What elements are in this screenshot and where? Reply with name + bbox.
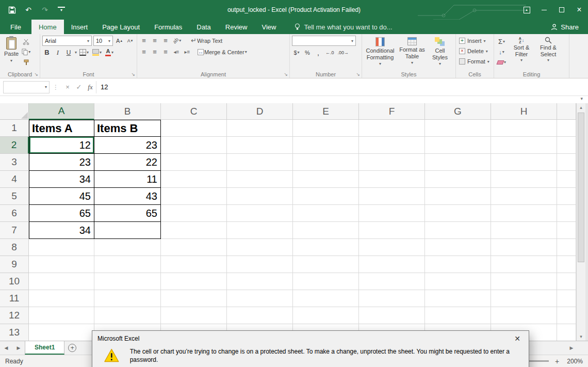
row-header-7[interactable]: 7 (0, 222, 29, 239)
vertical-scrollbar[interactable]: ▴ ▾ (576, 103, 585, 341)
cell-G4[interactable] (425, 171, 491, 188)
vertical-scroll-thumb[interactable] (578, 113, 584, 262)
cell-A5[interactable]: 45 (29, 188, 94, 205)
percent-style-button[interactable]: % (303, 47, 312, 57)
cell-A12[interactable] (29, 307, 94, 324)
borders-button[interactable]: ▾ (78, 47, 90, 57)
bottom-align-button[interactable]: ≡ (161, 36, 170, 45)
scroll-up-icon[interactable]: ▴ (577, 105, 585, 110)
cell-H5[interactable] (491, 188, 557, 205)
cell-E7[interactable] (293, 222, 359, 239)
cell-I7[interactable] (557, 222, 576, 239)
cell-B1[interactable]: Items B (94, 120, 161, 137)
name-box[interactable]: ▾ (3, 81, 50, 93)
format-as-table-button[interactable]: Format as Table ▾ (397, 36, 427, 70)
row-header-13[interactable]: 13 (0, 324, 29, 341)
cell-E5[interactable] (293, 188, 359, 205)
italic-button[interactable]: I (53, 47, 62, 57)
cell-C5[interactable] (161, 188, 227, 205)
increase-font-size-button[interactable]: A▴ (115, 36, 124, 46)
clear-button[interactable]: ▾ (496, 57, 507, 67)
row-header-1[interactable]: 1 (0, 120, 29, 137)
cell-E4[interactable] (293, 171, 359, 188)
select-all-button[interactable] (0, 103, 29, 120)
dialog-title-bar[interactable]: Microsoft Excel ✕ (92, 331, 529, 346)
cell-F8[interactable] (359, 239, 425, 256)
accounting-format-button[interactable]: $▾ (292, 47, 301, 57)
align-left-button[interactable]: ≡ (139, 47, 149, 57)
cell-G7[interactable] (425, 222, 491, 239)
cell-C9[interactable] (161, 256, 227, 273)
tab-review[interactable]: Review (218, 20, 255, 34)
font-color-button[interactable]: A▾ (104, 47, 115, 57)
cell-A4[interactable]: 34 (29, 171, 94, 188)
tab-file[interactable]: File (0, 20, 31, 34)
cell-E3[interactable] (293, 154, 359, 171)
cell-B12[interactable] (94, 307, 161, 324)
cell-D11[interactable] (227, 290, 293, 307)
cell-A6[interactable]: 65 (29, 205, 94, 222)
column-header-F[interactable]: F (359, 103, 425, 120)
cell-E11[interactable] (293, 290, 359, 307)
delete-cells-button[interactable]: × Delete ▾ (458, 46, 492, 56)
merge-center-button[interactable]: ↔ Merge & Center ▾ (197, 47, 248, 57)
new-sheet-button[interactable]: + (64, 341, 80, 355)
cell-B8[interactable] (94, 239, 161, 256)
cell-B7[interactable] (94, 222, 161, 239)
cell-F6[interactable] (359, 205, 425, 222)
cut-button[interactable] (21, 37, 31, 46)
cell-B2[interactable]: 23 (94, 137, 161, 154)
paste-button[interactable]: Paste ▾ (2, 36, 21, 67)
cell-C11[interactable] (161, 290, 227, 307)
row-header-5[interactable]: 5 (0, 188, 29, 205)
cell-D8[interactable] (227, 239, 293, 256)
find-select-button[interactable]: Find & Select ▾ (536, 36, 561, 70)
cell-I12[interactable] (557, 307, 576, 324)
format-cells-button[interactable]: Format ▾ (458, 56, 492, 67)
undo-icon[interactable]: ↶ (24, 5, 33, 14)
cell-E2[interactable] (293, 137, 359, 154)
cell-D3[interactable] (227, 154, 293, 171)
cell-F2[interactable] (359, 137, 425, 154)
cell-H7[interactable] (491, 222, 557, 239)
redo-icon[interactable]: ↷ (40, 5, 50, 14)
cell-I8[interactable] (557, 239, 576, 256)
decrease-decimal-button[interactable]: .00→ (337, 47, 350, 57)
row-header-3[interactable]: 3 (0, 154, 29, 171)
cell-H4[interactable] (491, 171, 557, 188)
cell-E12[interactable] (293, 307, 359, 324)
share-button[interactable]: Share (551, 20, 588, 34)
copy-button[interactable]: ▾ (21, 47, 31, 57)
column-header-D[interactable]: D (227, 103, 293, 120)
cell-E6[interactable] (293, 205, 359, 222)
column-header-A[interactable]: A (29, 103, 94, 120)
decrease-font-size-button[interactable]: A▾ (125, 36, 135, 46)
cell-H1[interactable] (491, 120, 557, 137)
formula-bar-expand-icon[interactable]: ▾ (580, 96, 583, 101)
cell-G5[interactable] (425, 188, 491, 205)
row-header-10[interactable]: 10 (0, 273, 29, 290)
increase-decimal-button[interactable]: ←.0 (324, 47, 335, 57)
cell-B4[interactable]: 11 (94, 171, 161, 188)
tab-data[interactable]: Data (189, 20, 218, 34)
cell-H3[interactable] (491, 154, 557, 171)
tab-home[interactable]: Home (31, 20, 64, 34)
autosum-button[interactable]: Σ▾ (496, 37, 507, 46)
cell-A9[interactable] (29, 256, 94, 273)
column-header-H[interactable]: H (491, 103, 557, 120)
column-header-G[interactable]: G (425, 103, 491, 120)
cell-H9[interactable] (491, 256, 557, 273)
cell-C1[interactable] (161, 120, 227, 137)
cell-G2[interactable] (425, 137, 491, 154)
cell-G3[interactable] (425, 154, 491, 171)
cell-A8[interactable] (29, 239, 94, 256)
customize-quick-access-icon[interactable]: ▾ (57, 5, 66, 14)
row-header-2[interactable]: 2 (0, 137, 29, 154)
cell-F11[interactable] (359, 290, 425, 307)
cell-F1[interactable] (359, 120, 425, 137)
alignment-dialog-launcher[interactable]: ↘ (284, 72, 288, 77)
cell-C2[interactable] (161, 137, 227, 154)
comma-style-button[interactable]: , (314, 47, 323, 57)
cell-E10[interactable] (293, 273, 359, 290)
sort-filter-button[interactable]: AZ↓ Sort & Filter ▾ (509, 36, 534, 70)
